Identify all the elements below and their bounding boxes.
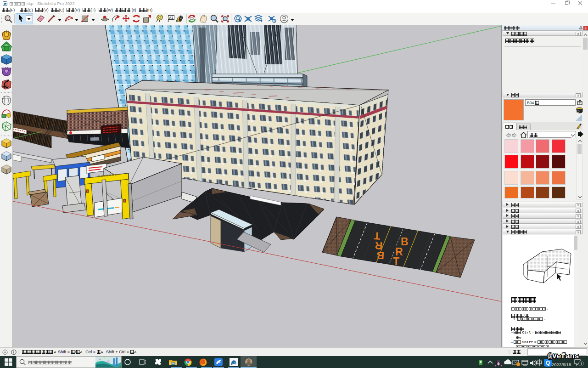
svg-text:T: T <box>374 230 381 242</box>
svg-text:A1: A1 <box>169 16 174 19</box>
svg-text:1: 1 <box>580 362 582 366</box>
svg-text:T: T <box>393 255 399 267</box>
svg-text:Q: Q <box>546 360 550 366</box>
